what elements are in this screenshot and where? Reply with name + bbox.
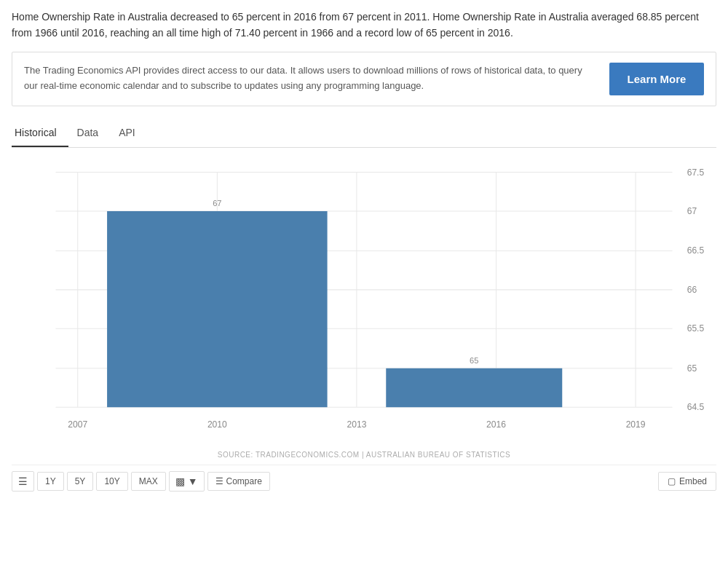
tab-api[interactable]: API [116, 121, 147, 147]
api-banner-text: The Trading Economics API provides direc… [24, 63, 595, 94]
svg-text:67.5: 67.5 [687, 167, 705, 177]
bar-2016 [386, 368, 562, 407]
svg-text:2013: 2013 [347, 419, 366, 430]
svg-text:67: 67 [687, 206, 697, 216]
embed-label: Embed [679, 476, 707, 486]
api-banner: The Trading Economics API provides direc… [12, 52, 716, 106]
embed-icon: ▢ [668, 476, 676, 486]
bottom-toolbar: ☰ 1Y 5Y 10Y MAX ▩ ▼ ☰ Compare ▢ Embed [12, 465, 716, 492]
svg-text:67: 67 [213, 199, 221, 208]
svg-text:64.5: 64.5 [687, 402, 705, 412]
page-wrapper: Home Ownership Rate in Australia decreas… [0, 0, 728, 500]
tabs-row: Historical Data API [12, 121, 716, 148]
svg-text:66.5: 66.5 [687, 245, 705, 256]
svg-text:66: 66 [687, 285, 697, 295]
svg-text:65: 65 [687, 363, 697, 374]
svg-text:65: 65 [470, 355, 478, 364]
bar-chart: 67.5 67 66.5 66 65.5 65 64.5 2007 2010 2… [12, 155, 716, 446]
description-text: Home Ownership Rate in Australia decreas… [12, 9, 716, 42]
toolbar-left: ☰ 1Y 5Y 10Y MAX ▩ ▼ ☰ Compare [12, 471, 270, 492]
tab-historical[interactable]: Historical [12, 121, 68, 147]
tab-data[interactable]: Data [74, 121, 111, 147]
1y-button[interactable]: 1Y [37, 472, 64, 491]
svg-text:65.5: 65.5 [687, 323, 705, 334]
source-text: SOURCE: TRADINGECONOMICS.COM | AUSTRALIA… [12, 451, 716, 459]
svg-text:2019: 2019 [626, 419, 646, 430]
5y-button[interactable]: 5Y [67, 472, 94, 491]
compare-label: Compare [226, 476, 262, 486]
svg-text:2016: 2016 [486, 419, 506, 430]
compare-icon: ☰ [215, 476, 223, 486]
learn-more-button[interactable]: Learn More [609, 63, 704, 95]
max-button[interactable]: MAX [131, 472, 166, 491]
svg-text:2010: 2010 [207, 419, 227, 430]
menu-icon-button[interactable]: ☰ [12, 471, 34, 492]
embed-button[interactable]: ▢ Embed [658, 472, 716, 491]
chart-area: 67.5 67 66.5 66 65.5 65 64.5 2007 2010 2… [12, 155, 716, 446]
bar-2010 [107, 211, 328, 407]
compare-button[interactable]: ☰ Compare [207, 472, 270, 491]
chart-type-button[interactable]: ▩ ▼ [169, 471, 205, 492]
10y-button[interactable]: 10Y [96, 472, 127, 491]
svg-text:2007: 2007 [68, 419, 87, 430]
